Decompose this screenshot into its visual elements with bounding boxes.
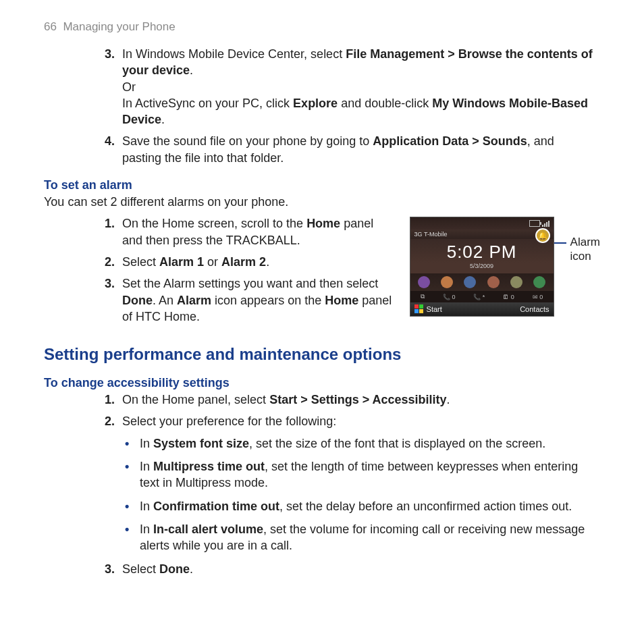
step-number: 3.	[105, 46, 122, 128]
callout-text: Alarm icon	[570, 236, 600, 263]
callout-leader-line	[553, 242, 566, 244]
step-3: 3. In Windows Mobile Device Center, sele…	[105, 46, 593, 128]
alarm-step-2: 2. Select Alarm 1 or Alarm 2.	[105, 254, 396, 270]
avatar	[464, 276, 476, 288]
perf-step-1: 1. On the Home panel, select Start > Set…	[105, 392, 593, 408]
phone-time: 5:02 PM	[410, 239, 554, 263]
bullet-dot-icon: •	[125, 458, 140, 491]
step-number: 4.	[105, 133, 122, 166]
phone-date: 5/3/2009	[410, 263, 554, 273]
avatar	[533, 276, 545, 288]
alarm-step-1: 1. On the Home screen, scroll to the Hom…	[105, 215, 396, 248]
phone-carrier-row: 3G T-Mobile	[410, 230, 554, 239]
status-item: ✉ 0	[533, 294, 543, 300]
alarm-step-3: 3. Set the Alarm settings you want and t…	[105, 275, 396, 325]
heading-performance: Setting performance and maintenance opti…	[44, 345, 600, 364]
alarm-row: 1. On the Home screen, scroll to the Hom…	[44, 215, 600, 330]
callout: Alarm icon	[554, 217, 600, 263]
status-item: 🗓 0	[503, 294, 514, 300]
subheading-alarm: To set an alarm	[44, 178, 600, 192]
perf-bullets: • In System font size, set the size of t…	[125, 435, 593, 554]
bullet-dot-icon: •	[125, 521, 140, 554]
step-4: 4. Save the sound file on your phone by …	[105, 133, 593, 166]
bullet-item: • In Multipress time out, set the length…	[125, 458, 593, 491]
bullet-item: • In System font size, set the size of t…	[125, 435, 593, 452]
avatar	[418, 276, 430, 288]
page: 66 Managing your Phone 3. In Windows Mob…	[0, 0, 644, 596]
page-number: 66	[44, 20, 57, 33]
step-body: In Windows Mobile Device Center, select …	[122, 46, 593, 128]
alarm-intro: You can set 2 different alarms on your p…	[44, 194, 593, 210]
step-body: Save the sound file on your phone by goi…	[122, 133, 593, 166]
bullet-dot-icon: •	[125, 498, 140, 514]
windows-flag-icon	[414, 304, 424, 314]
avatar	[487, 276, 500, 288]
bullet-dot-icon: •	[125, 435, 140, 452]
softkey-right: Contacts	[520, 305, 549, 313]
phone-softkeys: Start Contacts	[410, 302, 554, 316]
carrier-label: 3G T-Mobile	[414, 231, 448, 238]
phone-screenshot: 🔔 3G T-Mobile 5:02 PM 5/3/2009 ⧉ 📞 0	[410, 217, 554, 317]
subheading-accessibility: To change accessibility settings	[44, 376, 600, 390]
status-icon: ⧉	[421, 293, 425, 300]
phone-illustration: 🔔 3G T-Mobile 5:02 PM 5/3/2009 ⧉ 📞 0	[410, 217, 600, 317]
avatar	[441, 276, 453, 288]
softkey-left: Start	[427, 305, 442, 313]
bullet-item: • In In-call alert volume, set the volum…	[125, 521, 593, 554]
alarm-icon: 🔔	[535, 228, 550, 243]
status-item: 📞 0	[443, 294, 456, 300]
battery-icon	[529, 220, 540, 227]
top-steps: 3. In Windows Mobile Device Center, sele…	[105, 46, 593, 166]
status-item: 📞 *	[473, 294, 485, 300]
phone-status-row: ⧉ 📞 0 📞 * 🗓 0 ✉ 0	[410, 291, 554, 302]
running-header: 66 Managing your Phone	[44, 20, 600, 34]
perf-step-2: 2. Select your preference for the follow…	[105, 413, 593, 429]
avatar	[510, 276, 522, 288]
perf-steps: 1. On the Home panel, select Start > Set…	[105, 392, 593, 577]
phone-statusbar	[410, 217, 554, 230]
section-title: Managing your Phone	[63, 20, 175, 33]
phone-contacts-row	[410, 273, 554, 291]
perf-step-3: 3. Select Done.	[105, 561, 593, 577]
bullet-item: • In Confirmation time out, set the dela…	[125, 498, 593, 514]
signal-icon	[542, 220, 549, 227]
